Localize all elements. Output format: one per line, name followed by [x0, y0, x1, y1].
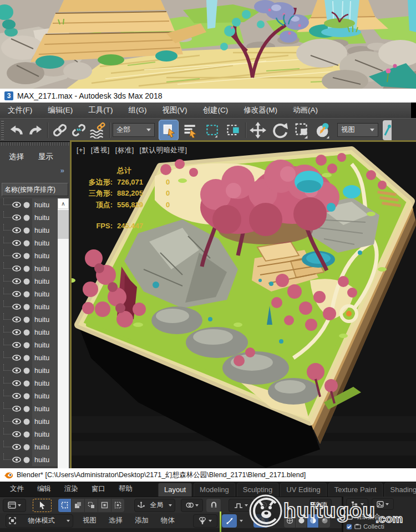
render-dot-icon[interactable] — [23, 431, 30, 438]
active-tool-select-box[interactable] — [33, 499, 52, 512]
viewport-menu-pov[interactable]: [透视] — [91, 146, 110, 154]
visibility-eye-icon[interactable] — [12, 265, 21, 272]
object-list-row[interactable]: huitu — [0, 390, 58, 402]
workspace-tab[interactable]: Modeling — [194, 483, 235, 497]
object-list-row[interactable]: huitu — [0, 313, 58, 326]
max-menu-item[interactable]: 编辑(E) — [48, 105, 73, 115]
render-dot-icon[interactable] — [23, 214, 30, 221]
workspace-tab[interactable]: Layout — [158, 483, 192, 497]
visibility-eye-icon[interactable] — [12, 406, 21, 412]
select-mode-box[interactable] — [58, 499, 71, 512]
select-mode-subtract[interactable] — [85, 499, 98, 512]
visibility-eye-icon[interactable] — [12, 367, 21, 374]
render-dot-icon[interactable] — [23, 418, 30, 425]
window-crossing-toggle-button[interactable] — [224, 120, 243, 140]
blender-menu-item[interactable]: 窗口 — [92, 484, 105, 494]
select-mode-extend[interactable] — [72, 499, 84, 512]
snap-magnet-toggle[interactable] — [206, 499, 221, 512]
snap-target-dropdown[interactable] — [181, 499, 203, 512]
blender-menu-item[interactable]: 文件 — [10, 484, 24, 494]
visibility-eye-icon[interactable] — [12, 380, 21, 386]
name-sort-header[interactable]: 名称(按降序排序) — [2, 183, 68, 196]
outliner-filter-dropdown[interactable] — [372, 498, 394, 510]
object-list-row[interactable]: huitu — [0, 453, 58, 466]
object-list-row[interactable]: huitu — [0, 377, 58, 390]
object-list-row[interactable]: huitu — [0, 326, 58, 339]
shading-wireframe-button[interactable] — [284, 514, 295, 528]
render-dot-icon[interactable] — [23, 253, 30, 259]
max-menu-item[interactable]: 创建(C) — [203, 105, 229, 115]
select-mode-invert[interactable] — [98, 499, 111, 512]
visibility-eye-icon[interactable] — [12, 214, 21, 221]
options-button[interactable]: 选项 — [310, 499, 332, 512]
render-dot-icon[interactable] — [23, 202, 30, 208]
visibility-eye-icon[interactable] — [12, 316, 21, 323]
object-visibility-dropdown[interactable] — [193, 514, 217, 528]
collection-item-row[interactable]: Collecti — [346, 523, 416, 530]
tab-display[interactable]: 显示 — [38, 152, 53, 162]
select-and-rotate-button[interactable] — [271, 120, 290, 140]
select-mode-intersect[interactable] — [111, 499, 124, 512]
render-dot-icon[interactable] — [23, 393, 30, 400]
undo-button[interactable] — [7, 120, 26, 140]
max-menu-item[interactable]: 动画(A) — [293, 105, 318, 115]
visibility-eye-icon[interactable] — [12, 444, 21, 450]
viewport-menu-standard[interactable]: [标准] — [115, 146, 134, 154]
select-object-button[interactable] — [159, 120, 179, 141]
checkbox-icon[interactable] — [346, 524, 352, 530]
editor-type-dropdown[interactable] — [3, 499, 26, 512]
object-list-row[interactable]: huitu — [0, 402, 58, 415]
scrollbar-thumb[interactable] — [58, 210, 69, 239]
object-list-row[interactable]: huitu — [0, 262, 58, 275]
visibility-eye-icon[interactable] — [12, 355, 21, 361]
visibility-eye-icon[interactable] — [12, 227, 21, 233]
render-dot-icon[interactable] — [23, 265, 30, 272]
transform-orientation-dropdown[interactable]: 全局 — [134, 499, 175, 512]
viewport-menu[interactable]: 物体 — [155, 516, 181, 525]
snap-toggle-button-partial[interactable] — [383, 120, 392, 140]
panel-grip[interactable] — [1, 142, 69, 146]
viewport-label[interactable]: [+] [透视] [标准] [默认明暗处理] — [77, 146, 191, 155]
gizmo-dropdown[interactable] — [237, 514, 246, 528]
visibility-eye-icon[interactable] — [12, 253, 21, 259]
object-list-row[interactable]: huitu — [0, 249, 58, 262]
select-by-name-button[interactable] — [181, 120, 200, 140]
selection-filter-dropdown[interactable]: 全部 — [113, 123, 155, 137]
proportional-falloff-dropdown[interactable] — [229, 499, 253, 512]
interaction-mode-dropdown[interactable]: 物体模式 — [6, 514, 73, 528]
object-list-row[interactable]: huitu — [0, 288, 58, 300]
render-dot-icon[interactable] — [23, 240, 30, 247]
visibility-eye-icon[interactable] — [12, 240, 21, 246]
use-pivot-point-center-button[interactable] — [314, 120, 333, 140]
object-list-row[interactable]: huitu — [0, 415, 58, 428]
render-dot-icon[interactable] — [23, 355, 30, 361]
object-list-row[interactable]: huitu — [0, 351, 58, 364]
object-list-row[interactable]: huitu — [0, 237, 58, 249]
viewport-menu[interactable]: 添加 — [129, 516, 155, 525]
workspace-tab[interactable]: UV Editing — [280, 483, 326, 497]
render-dot-icon[interactable] — [23, 406, 30, 412]
render-dot-icon[interactable] — [23, 457, 30, 463]
viewport-menu[interactable]: 选择 — [103, 516, 129, 525]
render-dot-icon[interactable] — [23, 329, 30, 336]
object-list-row[interactable]: huitu — [0, 211, 58, 224]
rectangular-selection-region-button[interactable] — [203, 120, 222, 140]
viewport-menu[interactable]: 视图 — [77, 516, 103, 525]
select-and-move-button[interactable] — [248, 120, 267, 140]
redo-button[interactable] — [26, 120, 45, 140]
reference-coordinate-dropdown[interactable]: 视图 — [337, 123, 378, 137]
render-dot-icon[interactable] — [23, 278, 30, 285]
visibility-eye-icon[interactable] — [12, 304, 21, 310]
select-and-link-button[interactable] — [50, 120, 69, 140]
render-dot-icon[interactable] — [23, 444, 30, 451]
render-dot-icon[interactable] — [23, 316, 30, 323]
overlays-dropdown[interactable] — [268, 514, 277, 528]
visibility-eye-icon[interactable] — [12, 418, 21, 424]
render-dot-icon[interactable] — [23, 227, 30, 234]
object-list-row[interactable]: huitu — [0, 198, 58, 211]
object-list-row[interactable]: huitu — [0, 300, 58, 313]
workspace-tab[interactable]: Sculpting — [237, 483, 278, 497]
select-and-scale-button[interactable] — [293, 120, 312, 140]
outliner-display-mode-dropdown[interactable] — [346, 498, 368, 510]
visibility-eye-icon[interactable] — [12, 457, 21, 463]
